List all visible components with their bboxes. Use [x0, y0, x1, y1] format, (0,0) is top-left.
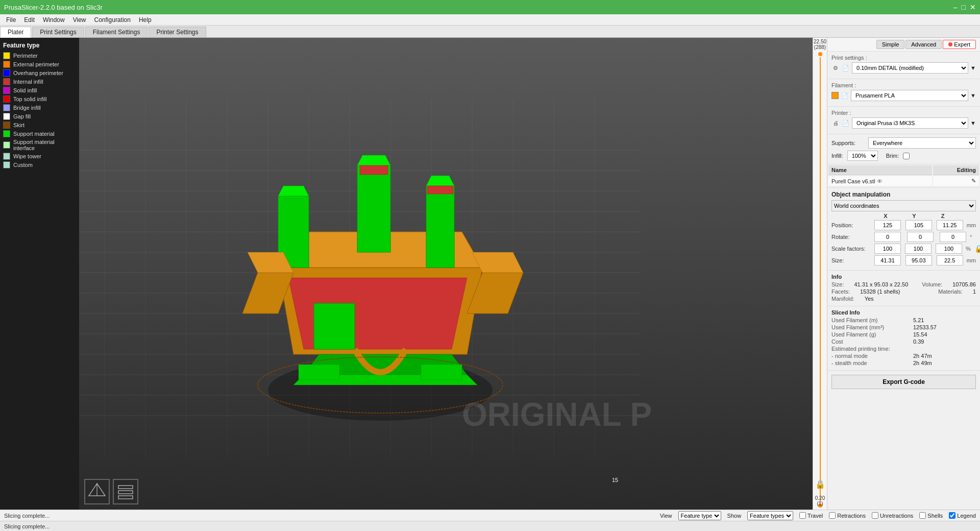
name-table-body: Purell Case v6.stl 👁✎ [828, 176, 979, 186]
supports-select[interactable]: Everywhere [868, 137, 976, 149]
position-unit: mm [967, 222, 976, 228]
filament-expand[interactable]: ▼ [970, 92, 976, 99]
mode-simple-button[interactable]: Simple [876, 40, 905, 49]
size-x-input[interactable] [874, 255, 901, 266]
minimize-button[interactable]: – [953, 3, 958, 11]
coord-system-select[interactable]: World coordinates [831, 200, 976, 211]
info-section: Info Size: 41.31 x 95.03 x 22.50 Volume:… [827, 271, 980, 306]
legend-checkbox[interactable] [949, 512, 955, 519]
mode-advanced-button[interactable]: Advanced [905, 40, 942, 49]
export-gcode-button[interactable]: Export G-code [831, 375, 976, 389]
viewport[interactable]: ORIGINAL P 15 22.50(288) [79, 38, 827, 510]
supports-row: Supports: Everywhere [831, 137, 976, 149]
rotate-y-input[interactable] [907, 232, 934, 242]
coord-system-row: World coordinates [831, 200, 976, 211]
show-select[interactable]: Feature types [747, 511, 793, 520]
legend-color-swatch [3, 52, 10, 59]
scale-row: Scale factors: % 🔒 [831, 244, 976, 254]
axis-perspective-icon [87, 481, 107, 502]
svg-text:ORIGINAL P: ORIGINAL P [462, 396, 652, 433]
xyz-header-row: X Y Z [831, 213, 976, 219]
sliced-key: Cost [831, 339, 913, 345]
info-facets-row: Facets: 15328 (1 shells) Materials: 1 [831, 288, 976, 295]
printer-select[interactable]: Original Prusa i3 MK3S [852, 117, 968, 129]
printer-label: Printer : [831, 110, 976, 116]
info-manifold-val: Yes [865, 296, 874, 302]
travel-checkbox[interactable] [799, 512, 806, 519]
sliced-key: Used Filament (m) [831, 317, 913, 323]
infill-brim-row: Infill: 100% Brim: [831, 151, 976, 161]
editing-cell[interactable]: ✎ [933, 176, 979, 186]
shells-checkbox[interactable] [919, 512, 926, 519]
print-settings-expand[interactable]: ▼ [970, 65, 976, 71]
mode-buttons: Simple Advanced Expert [827, 38, 980, 52]
menu-help[interactable]: Help [135, 15, 156, 25]
info-title: Info [831, 274, 976, 280]
axis-layers-icon [115, 481, 136, 502]
menu-view[interactable]: View [69, 15, 90, 25]
info-size-row: Size: 41.31 x 95.03 x 22.50 Volume: 1070… [831, 281, 976, 287]
table-row[interactable]: Purell Case v6.stl 👁✎ [828, 176, 979, 186]
menu-configuration[interactable]: Configuration [90, 15, 135, 25]
sliced-key: Used Filament (g) [831, 331, 913, 337]
legend-color-swatch [3, 153, 10, 160]
scale-x-input[interactable] [874, 244, 901, 254]
size-y-input[interactable] [905, 255, 932, 266]
x-header: X [872, 213, 899, 219]
info-facets-key: Facets: [831, 288, 850, 295]
sliced-info-section: Sliced Info Used Filament (m)5.21Used Fi… [827, 306, 980, 371]
menu-window[interactable]: Window [39, 15, 69, 25]
maximize-button[interactable]: □ [962, 3, 966, 11]
lock-scale-icon[interactable]: 🔒 [974, 245, 980, 253]
menu-edit[interactable]: Edit [20, 15, 39, 25]
printer-expand[interactable]: ▼ [970, 120, 976, 126]
eye-icon[interactable]: 👁 [877, 178, 883, 184]
infill-select[interactable]: 100% [847, 151, 878, 161]
sliced-val: 2h 47m [913, 353, 932, 359]
window-controls: – □ ✕ [953, 3, 976, 11]
legend-item: External perimeter [3, 61, 76, 68]
tab-printer-settings[interactable]: Printer Settings [149, 27, 206, 37]
main-area: Feature type PerimeterExternal perimeter… [0, 38, 980, 510]
mode-expert-button[interactable]: Expert [943, 40, 976, 49]
legend-item: Perimeter [3, 52, 76, 59]
view-select[interactable]: Feature type [678, 511, 721, 520]
tab-filament-settings[interactable]: Filament Settings [85, 27, 148, 37]
menu-file[interactable]: File [2, 15, 20, 25]
axis-widget [84, 479, 138, 504]
tab-print-settings[interactable]: Print Settings [32, 27, 84, 37]
filament-color-swatch[interactable] [831, 92, 839, 99]
unretractions-checkbox[interactable] [872, 512, 878, 519]
size-row: Size: mm [831, 255, 976, 266]
close-button[interactable]: ✕ [970, 3, 976, 11]
size-z-input[interactable] [937, 255, 963, 266]
legend-item-label: Solid infill [13, 87, 37, 93]
retractions-checkbox[interactable] [829, 512, 836, 519]
scale-y-input[interactable] [905, 244, 932, 254]
rotate-row: Rotate: ° [831, 232, 976, 242]
rotate-z-input[interactable] [940, 232, 966, 242]
tab-plater[interactable]: Plater [0, 27, 31, 38]
app-title: PrusaSlicer-2.2.0 based on Slic3r [4, 4, 103, 11]
filament-select[interactable]: Prusament PLA [851, 90, 968, 101]
sliced-key: - normal mode [831, 353, 913, 359]
scale-z-input[interactable] [936, 244, 962, 254]
slicing-status: Slicing complete... [4, 513, 50, 519]
position-z-input[interactable] [937, 220, 963, 230]
sliced-val: 15.54 [913, 331, 927, 337]
svg-marker-35 [357, 155, 390, 165]
status-text: Slicing complete... [4, 523, 50, 529]
info-volume-key: Volume: [922, 281, 942, 287]
brim-label: Brim: [886, 153, 899, 159]
unretractions-checkbox-label: Unretractions [872, 512, 913, 519]
position-y-input[interactable] [905, 220, 932, 230]
print-settings-select[interactable]: 0.10mm DETAIL (modified) [852, 62, 968, 74]
rotate-x-input[interactable] [874, 232, 901, 242]
print-settings-section: Print settings : ⚙ 📄 0.10mm DETAIL (modi… [827, 52, 980, 79]
sliced-info-row: Cost0.39 [831, 339, 976, 345]
brim-checkbox[interactable] [903, 153, 910, 159]
legend-item: Wipe tower [3, 153, 76, 160]
z-header: Z [929, 213, 956, 219]
position-x-input[interactable] [874, 220, 901, 230]
axis-box-layers [113, 479, 138, 504]
